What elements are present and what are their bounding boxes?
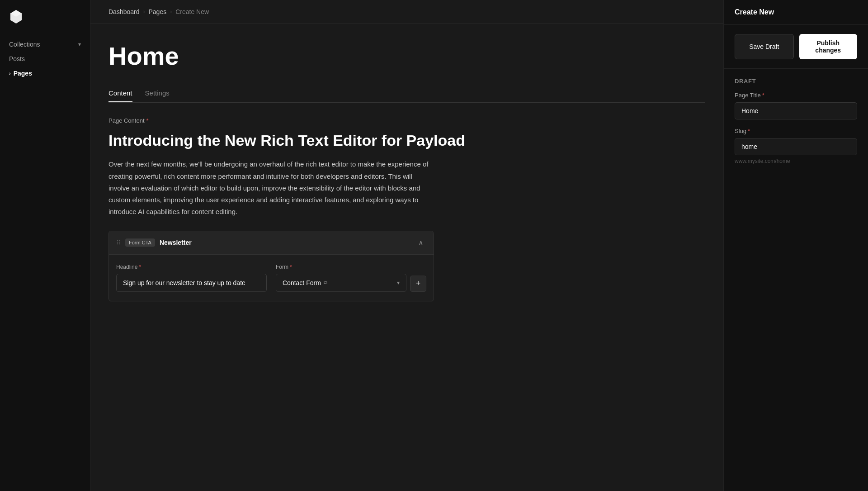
- headline-label: Headline *: [116, 264, 267, 270]
- chevron-right-icon: ›: [9, 71, 11, 76]
- block-card-header-left: ⠿ Form CTA Newsletter: [116, 238, 192, 247]
- slug-field-group: Slug * www.mysite.com/home: [735, 128, 857, 164]
- save-draft-button[interactable]: Save Draft: [735, 34, 794, 59]
- posts-label: Posts: [9, 55, 25, 62]
- page-title-required: *: [762, 92, 764, 99]
- article-heading: Introducing the New Rich Text Editor for…: [108, 131, 705, 150]
- page-content-required: *: [146, 117, 149, 124]
- collections-label: Collections: [9, 41, 40, 48]
- external-link-icon: ⧉: [324, 280, 327, 286]
- sidebar-item-pages[interactable]: › Pages: [0, 66, 90, 81]
- slug-required: *: [748, 128, 750, 134]
- slug-hint: www.mysite.com/home: [735, 158, 857, 164]
- headline-required: *: [139, 264, 141, 270]
- content-tabs: Content Settings: [108, 85, 705, 103]
- page-title-input[interactable]: [735, 102, 857, 119]
- select-chevron-icon: ▾: [397, 280, 400, 286]
- chevron-down-icon: ▾: [78, 41, 81, 48]
- drag-handle-icon[interactable]: ⠿: [116, 239, 121, 246]
- payload-logo-icon: [9, 8, 24, 24]
- form-select-wrapper: Contact Form ⧉ ▾ +: [276, 274, 426, 292]
- breadcrumb-sep-2: ›: [170, 9, 172, 15]
- breadcrumb-sep-1: ›: [143, 9, 145, 15]
- breadcrumb-current: Create New: [175, 8, 209, 15]
- sidebar-item-posts[interactable]: Posts: [0, 52, 90, 66]
- main-area: Dashboard › Pages › Create New Home Cont…: [90, 0, 723, 491]
- right-panel: Create New Save Draft Publish changes Dr…: [723, 0, 868, 491]
- page-title-field-group: Page Title *: [735, 92, 857, 119]
- block-card-newsletter: ⠿ Form CTA Newsletter ∧ Headline *: [108, 231, 434, 301]
- form-select[interactable]: Contact Form ⧉ ▾: [276, 274, 406, 292]
- headline-input[interactable]: [116, 274, 267, 292]
- headline-field-group: Headline *: [116, 264, 267, 292]
- breadcrumb-dashboard[interactable]: Dashboard: [108, 8, 140, 15]
- right-panel-header: Create New: [724, 0, 868, 25]
- sidebar: Collections ▾ Posts › Pages: [0, 0, 90, 491]
- form-field-group: Form * Contact Form ⧉ ▾ +: [276, 264, 426, 292]
- page-title-label: Page Title *: [735, 92, 857, 99]
- breadcrumb-pages[interactable]: Pages: [149, 8, 167, 15]
- form-add-button[interactable]: +: [410, 276, 426, 292]
- block-type-badge: Form CTA: [125, 238, 155, 247]
- form-select-text: Contact Form ⧉: [283, 279, 327, 286]
- block-card-body: Headline * Form *: [109, 255, 434, 301]
- page-heading: Home: [108, 42, 705, 70]
- block-collapse-button[interactable]: ∧: [415, 238, 426, 248]
- breadcrumb: Dashboard › Pages › Create New: [108, 8, 705, 15]
- slug-label: Slug *: [735, 128, 857, 134]
- tab-settings[interactable]: Settings: [145, 85, 170, 102]
- form-required: *: [290, 264, 292, 270]
- right-panel-title: Create New: [735, 8, 857, 16]
- pages-label: Pages: [14, 70, 32, 77]
- sidebar-navigation: Collections ▾ Posts › Pages: [0, 32, 90, 491]
- rich-text-area[interactable]: Introducing the New Rich Text Editor for…: [108, 131, 705, 301]
- page-content-label: Page Content *: [108, 117, 705, 124]
- tab-content[interactable]: Content: [108, 85, 132, 102]
- sidebar-logo: [0, 0, 90, 32]
- right-panel-section: Draft Page Title * Slug * www.mysite.com…: [724, 69, 868, 181]
- sidebar-item-collections[interactable]: Collections ▾: [0, 37, 90, 52]
- right-panel-actions: Save Draft Publish changes: [724, 25, 868, 69]
- article-body: Over the next few months, we'll be under…: [108, 158, 434, 218]
- main-content: Home Content Settings Page Content * Int…: [90, 24, 723, 491]
- right-panel-section-title: Draft: [735, 78, 857, 85]
- form-label: Form *: [276, 264, 426, 270]
- main-header: Dashboard › Pages › Create New: [90, 0, 723, 24]
- block-card-header: ⠿ Form CTA Newsletter ∧: [109, 231, 434, 255]
- block-title: Newsletter: [160, 239, 192, 246]
- slug-input[interactable]: [735, 138, 857, 155]
- publish-button[interactable]: Publish changes: [799, 34, 858, 59]
